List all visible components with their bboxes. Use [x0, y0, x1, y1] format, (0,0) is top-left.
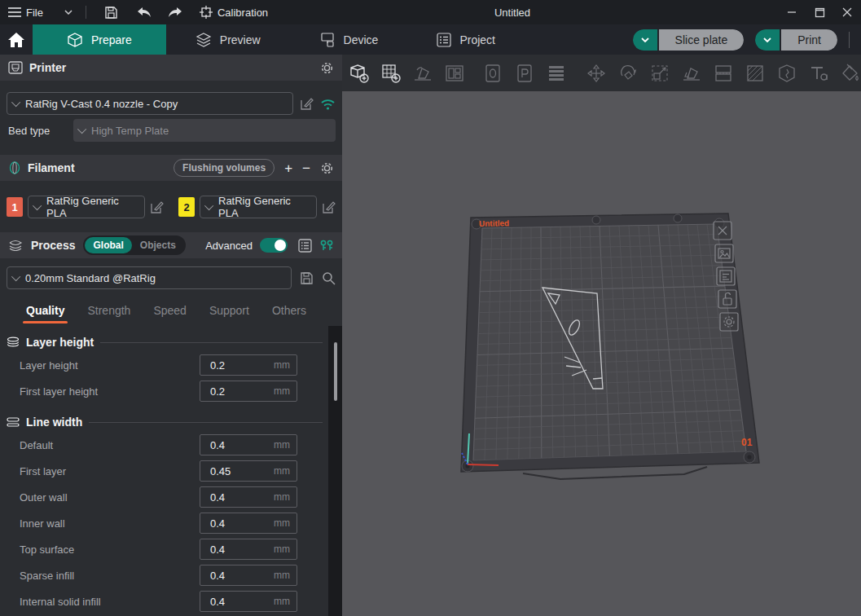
params-scrollbar-track[interactable] — [328, 326, 342, 616]
tab-prepare-label: Prepare — [91, 33, 132, 46]
delete-plate-button[interactable] — [714, 222, 731, 240]
tab-speed[interactable]: Speed — [142, 304, 197, 323]
maximize-button[interactable] — [806, 0, 833, 24]
cut-button[interactable] — [711, 61, 736, 86]
group-title: Layer height — [26, 336, 94, 349]
viewport-3d[interactable]: Untitled 01 — [342, 91, 861, 616]
plate-name-label[interactable]: Untitled — [479, 218, 509, 228]
plate-settings-button[interactable] — [720, 313, 738, 331]
lay-on-face-button[interactable] — [679, 61, 704, 86]
scope-objects-tab[interactable]: Objects — [132, 237, 184, 253]
rotate-button[interactable] — [616, 61, 640, 86]
line-width-top-surface-input[interactable]: 0.4 mm — [200, 539, 297, 560]
param-value: 0.4 — [210, 439, 274, 451]
tab-preview[interactable]: Preview — [166, 24, 290, 55]
redo-button[interactable] — [167, 7, 183, 18]
tab-project[interactable]: Project — [407, 24, 525, 55]
edit-filament-1-icon[interactable] — [150, 200, 164, 214]
process-icon — [8, 240, 23, 251]
edit-filament-2-icon[interactable] — [322, 200, 336, 214]
remove-filament-button[interactable]: − — [302, 161, 310, 175]
main-tab-bar: Prepare Preview Device Project Slice pla… — [0, 24, 861, 55]
param-value: 0.4 — [210, 517, 274, 530]
arrange-icon — [444, 63, 465, 84]
line-width-outer-wall-input[interactable]: 0.4 mm — [200, 486, 297, 508]
plate-image-button[interactable] — [715, 244, 733, 262]
plate-p-icon — [514, 63, 535, 84]
search-settings-icon[interactable] — [322, 271, 336, 285]
param-unit: mm — [274, 543, 290, 555]
variable-layer-height-button[interactable] — [544, 61, 569, 86]
filament-2-preset-select[interactable]: RatRig Generic PLA — [200, 196, 317, 218]
file-menu-label: File — [26, 7, 43, 19]
print-dropdown-chevron-icon[interactable] — [755, 29, 780, 51]
tab-quality[interactable]: Quality — [15, 304, 76, 323]
first-layer-height-input[interactable]: 0.2 mm — [200, 381, 297, 402]
filament-1-color-badge[interactable]: 1 — [7, 197, 23, 217]
flushing-volumes-button[interactable]: Flushing volumes — [174, 159, 275, 177]
line-width-internal-solid-infill-input[interactable]: 0.4 mm — [200, 591, 297, 612]
sidebar: Printer RatRig V-Cast 0.4 nozzle - Copy … — [0, 55, 342, 616]
split-to-objects-button[interactable] — [775, 61, 799, 86]
layers-icon — [546, 63, 567, 84]
save-preset-icon[interactable] — [300, 271, 314, 285]
move-button[interactable] — [584, 61, 608, 86]
color-paint-button[interactable] — [838, 61, 861, 86]
tab-device[interactable]: Device — [290, 24, 408, 55]
process-preset-select[interactable]: 0.20mm Standard @RatRig — [7, 266, 292, 289]
undo-icon — [136, 7, 152, 18]
close-button[interactable] — [833, 0, 861, 24]
add-filament-button[interactable]: + — [284, 161, 292, 175]
tab-prepare[interactable]: Prepare — [33, 24, 166, 55]
add-plate-button[interactable] — [379, 61, 403, 86]
scale-button[interactable] — [648, 61, 672, 86]
arrange-button[interactable] — [442, 61, 467, 86]
tab-support[interactable]: Support — [198, 304, 261, 323]
print-button[interactable]: Print — [755, 29, 837, 51]
minimize-button[interactable] — [778, 0, 806, 24]
filament-section-title: Filament — [28, 161, 75, 174]
printer-settings-gear-icon[interactable] — [320, 61, 334, 75]
line-width-sparse-infill-input[interactable]: 0.4 mm — [200, 565, 297, 586]
support-paint-button[interactable] — [743, 61, 767, 86]
prev-plate-button[interactable] — [481, 61, 505, 86]
slice-dropdown-chevron-icon[interactable] — [633, 29, 657, 51]
plate-lock-button[interactable] — [718, 290, 736, 308]
add-text-button[interactable] — [806, 61, 831, 86]
save-button[interactable] — [104, 6, 118, 20]
viewport-toolbar — [342, 55, 861, 91]
add-object-button[interactable] — [347, 61, 371, 86]
layer-height-input[interactable]: 0.2 mm — [200, 354, 297, 376]
tab-strength[interactable]: Strength — [76, 304, 142, 323]
filament-settings-gear-icon[interactable] — [320, 161, 334, 175]
next-plate-button[interactable] — [512, 61, 537, 86]
param-value: 0.4 — [210, 543, 274, 556]
tab-others[interactable]: Others — [261, 304, 318, 323]
filament-1-preset-select[interactable]: RatRig Generic PLA — [28, 196, 145, 218]
params-scrollbar-thumb[interactable] — [334, 342, 337, 401]
line-width-default-input[interactable]: 0.4 mm — [200, 434, 297, 455]
auto-orient-button[interactable] — [411, 61, 435, 86]
plate-arrange-button[interactable] — [717, 267, 735, 285]
rotate-icon — [617, 63, 639, 84]
edit-printer-icon[interactable] — [300, 97, 314, 111]
calibration-button[interactable]: Calibration — [200, 6, 268, 19]
compare-presets-icon[interactable] — [319, 239, 334, 252]
file-menu[interactable]: File — [8, 7, 43, 19]
line-width-inner-wall-input[interactable]: 0.4 mm — [200, 513, 297, 534]
bed-type-select[interactable]: High Temp Plate — [73, 119, 336, 142]
file-menu-dropdown[interactable] — [64, 10, 72, 15]
slice-plate-button[interactable]: Slice plate — [633, 29, 745, 51]
scope-global-tab[interactable]: Global — [85, 237, 131, 253]
settings-list-icon[interactable] — [298, 239, 312, 253]
wifi-connection-icon[interactable] — [320, 98, 336, 110]
undo-button[interactable] — [136, 7, 152, 18]
line-width-first-layer-input[interactable]: 0.45 mm — [200, 460, 297, 482]
printer-preset-select[interactable]: RatRig V-Cast 0.4 nozzle - Copy — [7, 92, 293, 115]
scale-icon — [649, 63, 670, 84]
advanced-toggle[interactable] — [260, 238, 288, 253]
home-button[interactable] — [0, 24, 33, 55]
param-value: 0.45 — [210, 465, 274, 477]
filament-2-color-badge[interactable]: 2 — [178, 197, 195, 217]
build-plate[interactable]: Untitled 01 — [461, 213, 759, 479]
